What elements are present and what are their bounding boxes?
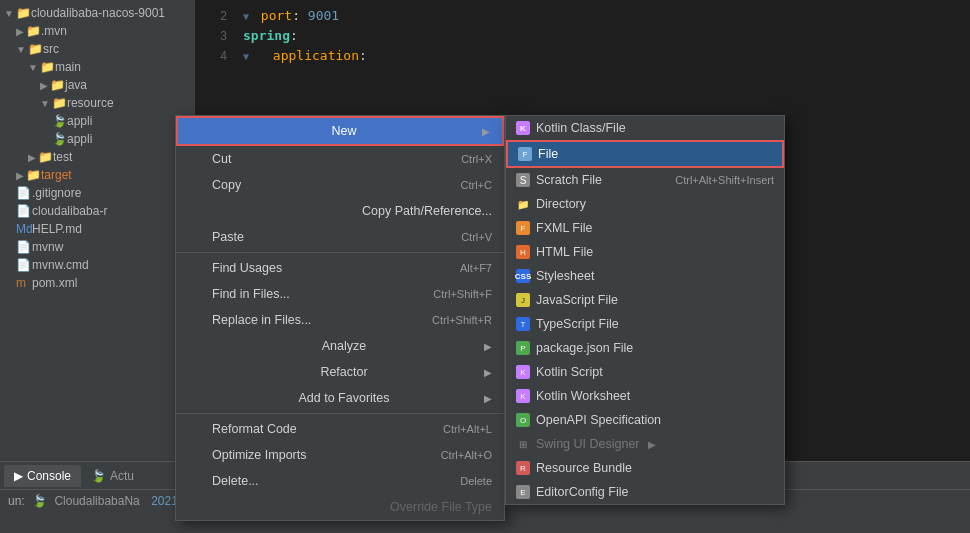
cut-label: Cut (212, 152, 231, 166)
menu-item-find-files[interactable]: Find in Files... Ctrl+Shift+F (176, 281, 504, 307)
delete-label: Delete... (212, 474, 259, 488)
analyze-icon (188, 338, 204, 354)
script-icon: K (516, 365, 530, 379)
new-label: New (331, 124, 356, 138)
submenu-package-json[interactable]: P package.json File (506, 336, 784, 360)
submenu-scratch-file[interactable]: S Scratch File Ctrl+Alt+Shift+Insert (506, 168, 784, 192)
optimize-icon (188, 447, 204, 463)
copy-path-icon (188, 203, 204, 219)
scratch-shortcut: Ctrl+Alt+Shift+Insert (675, 174, 774, 186)
openapi-label: OpenAPI Specification (536, 413, 661, 427)
menu-item-paste[interactable]: Paste Ctrl+V (176, 224, 504, 250)
pkg-label: package.json File (536, 341, 633, 355)
reformat-icon (188, 421, 204, 437)
override-label: Override File Type (390, 500, 492, 514)
copy-shortcut: Ctrl+C (461, 179, 492, 191)
paste-label: Paste (212, 230, 244, 244)
submenu-editorconfig[interactable]: E EditorConfig File (506, 480, 784, 504)
ec-label: EditorConfig File (536, 485, 628, 499)
swing-arrow: ▶ (648, 439, 656, 450)
find-usages-icon (188, 260, 204, 276)
html-icon: H (516, 245, 530, 259)
file-icon: F (518, 147, 532, 161)
pkg-icon: P (516, 341, 530, 355)
submenu: K Kotlin Class/File F File S Scratch Fil… (505, 115, 785, 505)
file-label: File (538, 147, 558, 161)
override-icon (188, 499, 204, 515)
scratch-label: Scratch File (536, 173, 602, 187)
analyze-arrow: ▶ (484, 341, 492, 352)
optimize-shortcut: Ctrl+Alt+O (441, 449, 492, 461)
find-files-icon (188, 286, 204, 302)
submenu-directory[interactable]: 📁 Directory (506, 192, 784, 216)
submenu-file[interactable]: F File (506, 140, 784, 168)
js-icon: J (516, 293, 530, 307)
replace-files-label: Replace in Files... (212, 313, 311, 327)
menu-item-refactor[interactable]: Refactor ▶ (176, 359, 504, 385)
submenu-kotlin-worksheet[interactable]: K Kotlin Worksheet (506, 384, 784, 408)
menu-item-find-usages[interactable]: Find Usages Alt+F7 (176, 255, 504, 281)
context-menu: New ▶ Cut Ctrl+X Copy Ctrl+C Copy Path/R… (175, 115, 505, 521)
add-favorites-arrow: ▶ (484, 393, 492, 404)
kotlin-script-label: Kotlin Script (536, 365, 603, 379)
menu-item-reformat[interactable]: Reformat Code Ctrl+Alt+L (176, 416, 504, 442)
reformat-label: Reformat Code (212, 422, 297, 436)
css-icon: CSS (516, 269, 530, 283)
submenu-kotlin-class[interactable]: K Kotlin Class/File (506, 116, 784, 140)
stylesheet-label: Stylesheet (536, 269, 594, 283)
menu-item-override-file-type: Override File Type (176, 494, 504, 520)
copy-icon (188, 177, 204, 193)
ec-icon: E (516, 485, 530, 499)
submenu-openapi[interactable]: O OpenAPI Specification (506, 408, 784, 432)
ws-icon: K (516, 389, 530, 403)
api-icon: O (516, 413, 530, 427)
delete-shortcut: Delete (460, 475, 492, 487)
submenu-swing-ui[interactable]: ⊞ Swing UI Designer ▶ (506, 432, 784, 456)
find-usages-shortcut: Alt+F7 (460, 262, 492, 274)
find-usages-label: Find Usages (212, 261, 282, 275)
ts-icon: T (516, 317, 530, 331)
copy-path-label: Copy Path/Reference... (362, 204, 492, 218)
scratch-icon: S (516, 173, 530, 187)
ts-label: TypeScript File (536, 317, 619, 331)
html-label: HTML File (536, 245, 593, 259)
menu-item-add-favorites[interactable]: Add to Favorites ▶ (176, 385, 504, 411)
paste-icon (188, 229, 204, 245)
add-favorites-label: Add to Favorites (298, 391, 389, 405)
submenu-javascript[interactable]: J JavaScript File (506, 288, 784, 312)
rb-label: Resource Bundle (536, 461, 632, 475)
replace-files-shortcut: Ctrl+Shift+R (432, 314, 492, 326)
optimize-label: Optimize Imports (212, 448, 306, 462)
submenu-fxml[interactable]: F FXML File (506, 216, 784, 240)
dir-icon: 📁 (516, 197, 530, 211)
new-icon (190, 123, 206, 139)
copy-label: Copy (212, 178, 241, 192)
kotlin-class-icon: K (516, 121, 530, 135)
menu-item-replace-files[interactable]: Replace in Files... Ctrl+Shift+R (176, 307, 504, 333)
refactor-arrow: ▶ (484, 367, 492, 378)
menu-item-analyze[interactable]: Analyze ▶ (176, 333, 504, 359)
add-favorites-icon (188, 390, 204, 406)
rb-icon: R (516, 461, 530, 475)
cut-shortcut: Ctrl+X (461, 153, 492, 165)
menu-item-new[interactable]: New ▶ (176, 116, 504, 146)
dir-label: Directory (536, 197, 586, 211)
js-label: JavaScript File (536, 293, 618, 307)
menu-item-cut[interactable]: Cut Ctrl+X (176, 146, 504, 172)
fxml-icon: F (516, 221, 530, 235)
menu-item-copy-path[interactable]: Copy Path/Reference... (176, 198, 504, 224)
analyze-label: Analyze (322, 339, 366, 353)
menu-item-optimize[interactable]: Optimize Imports Ctrl+Alt+O (176, 442, 504, 468)
submenu-kotlin-script[interactable]: K Kotlin Script (506, 360, 784, 384)
menu-item-delete[interactable]: Delete... Delete (176, 468, 504, 494)
menu-item-copy[interactable]: Copy Ctrl+C (176, 172, 504, 198)
new-submenu-arrow: ▶ (482, 126, 490, 137)
submenu-typescript[interactable]: T TypeScript File (506, 312, 784, 336)
submenu-stylesheet[interactable]: CSS Stylesheet (506, 264, 784, 288)
swing-label: Swing UI Designer (536, 437, 640, 451)
submenu-resource-bundle[interactable]: R Resource Bundle (506, 456, 784, 480)
swing-icon: ⊞ (516, 437, 530, 451)
cut-icon (188, 151, 204, 167)
delete-icon (188, 473, 204, 489)
submenu-html[interactable]: H HTML File (506, 240, 784, 264)
